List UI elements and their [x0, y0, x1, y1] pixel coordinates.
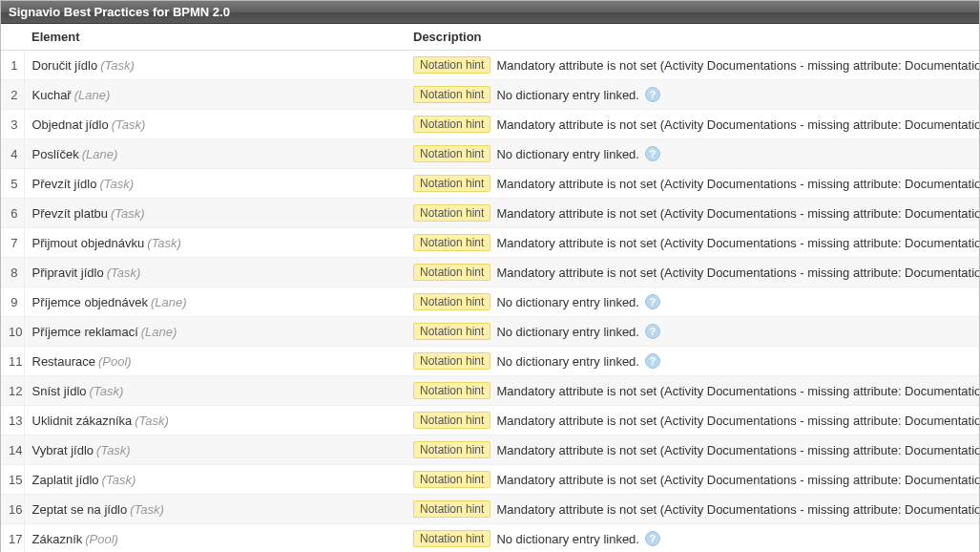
row-number: 13: [1, 406, 24, 435]
description-text: Mandatory attribute is not set (Activity…: [496, 177, 979, 191]
row-number: 9: [1, 287, 24, 317]
notation-hint-badge: Notation hint: [413, 264, 490, 281]
help-icon[interactable]: ?: [645, 324, 660, 339]
row-number: 7: [1, 228, 24, 258]
element-type: (Lane): [141, 325, 177, 339]
table-row[interactable]: 13Uklidnit zákazníka(Task)Notation hintM…: [1, 406, 979, 435]
table-row[interactable]: 1Doručit jídlo(Task)Notation hintMandato…: [1, 51, 979, 80]
description-text: Mandatory attribute is not set (Activity…: [496, 236, 979, 250]
description-cell: Notation hintMandatory attribute is not …: [406, 465, 979, 495]
notation-hint-badge: Notation hint: [413, 382, 490, 399]
description-cell: Notation hintMandatory attribute is not …: [406, 169, 979, 199]
notation-hint-badge: Notation hint: [413, 441, 490, 458]
notation-hint-badge: Notation hint: [413, 352, 490, 370]
element-name: Příjemce objednávek: [32, 295, 148, 309]
row-number: 5: [1, 169, 24, 199]
notation-hint-badge: Notation hint: [413, 116, 490, 133]
table-row[interactable]: 7Přijmout objednávku(Task)Notation hintM…: [1, 228, 979, 258]
table-row[interactable]: 14Vybrat jídlo(Task)Notation hintMandato…: [1, 435, 979, 465]
results-table: Element Description 1Doručit jídlo(Task)…: [1, 24, 979, 552]
table-row[interactable]: 16Zeptat se na jídlo(Task)Notation hintM…: [1, 495, 979, 524]
table-row[interactable]: 11Restaurace(Pool)Notation hintNo dictio…: [1, 347, 979, 376]
element-cell: Doručit jídlo(Task): [24, 51, 406, 80]
table-row[interactable]: 5Převzít jídlo(Task)Notation hintMandato…: [1, 169, 979, 199]
table-row[interactable]: 6Převzít platbu(Task)Notation hintMandat…: [1, 199, 979, 228]
description-text: Mandatory attribute is not set (Activity…: [496, 384, 979, 398]
table-row[interactable]: 15Zaplatit jídlo(Task)Notation hintManda…: [1, 465, 979, 495]
description-cell: Notation hintMandatory attribute is not …: [406, 495, 979, 524]
row-number: 6: [1, 199, 24, 228]
help-icon[interactable]: ?: [645, 294, 660, 309]
row-number: 14: [1, 435, 24, 465]
table-row[interactable]: 8Připravit jídlo(Task)Notation hintManda…: [1, 258, 979, 287]
table-row[interactable]: 17Zákazník(Pool)Notation hintNo dictiona…: [1, 524, 979, 553]
element-name: Kuchař: [32, 88, 72, 102]
notation-hint-badge: Notation hint: [413, 234, 490, 251]
description-cell: Notation hintMandatory attribute is not …: [406, 51, 979, 80]
table-row[interactable]: 2Kuchař(Lane)Notation hintNo dictionary …: [1, 80, 979, 110]
col-header-description[interactable]: Description: [406, 24, 979, 51]
row-number: 17: [1, 524, 24, 553]
element-cell: Zaplatit jídlo(Task): [24, 465, 406, 495]
notation-hint-badge: Notation hint: [413, 412, 490, 429]
description-cell: Notation hintMandatory attribute is not …: [406, 199, 979, 228]
element-cell: Převzít jídlo(Task): [24, 169, 406, 199]
row-number: 10: [1, 317, 24, 347]
element-type: (Task): [130, 502, 164, 517]
description-text: Mandatory attribute is not set (Activity…: [496, 206, 979, 221]
element-type: (Lane): [74, 88, 111, 102]
col-header-num[interactable]: [1, 24, 24, 51]
description-cell: Notation hintNo dictionary entry linked.…: [406, 139, 979, 169]
description-cell: Notation hintMandatory attribute is not …: [406, 376, 979, 406]
element-name: Zákazník: [32, 532, 83, 546]
row-number: 12: [1, 376, 24, 406]
description-text: No dictionary entry linked.: [496, 354, 639, 369]
row-number: 8: [1, 258, 24, 287]
element-name: Příjemce reklamací: [32, 325, 138, 339]
element-type: (Lane): [82, 147, 118, 161]
notation-hint-badge: Notation hint: [413, 145, 490, 162]
element-type: (Task): [135, 414, 169, 428]
description-cell: Notation hintMandatory attribute is not …: [406, 258, 979, 287]
col-header-element[interactable]: Element: [24, 24, 406, 51]
table-row[interactable]: 4Poslíček(Lane)Notation hintNo dictionar…: [1, 139, 979, 169]
element-cell: Kuchař(Lane): [24, 80, 406, 110]
element-type: (Task): [100, 58, 135, 73]
description-cell: Notation hintNo dictionary entry linked.…: [406, 347, 979, 376]
help-icon[interactable]: ?: [645, 146, 660, 161]
help-icon[interactable]: ?: [645, 353, 660, 369]
description-text: Mandatory attribute is not set (Activity…: [496, 117, 979, 132]
element-name: Restaurace: [32, 354, 95, 369]
table-row[interactable]: 9Příjemce objednávek(Lane)Notation hintN…: [1, 287, 979, 317]
element-name: Uklidnit zákazníka: [32, 414, 133, 428]
table-row[interactable]: 12Sníst jídlo(Task)Notation hintMandator…: [1, 376, 979, 406]
notation-hint-badge: Notation hint: [413, 471, 490, 488]
help-icon[interactable]: ?: [645, 87, 660, 102]
notation-hint-badge: Notation hint: [413, 204, 490, 222]
element-cell: Příjemce objednávek(Lane): [24, 287, 406, 317]
description-text: No dictionary entry linked.: [496, 147, 639, 161]
row-number: 15: [1, 465, 24, 495]
element-cell: Zeptat se na jídlo(Task): [24, 495, 406, 524]
description-cell: Notation hintNo dictionary entry linked.…: [406, 287, 979, 317]
element-name: Převzít jídlo: [32, 177, 97, 191]
notation-hint-badge: Notation hint: [413, 175, 490, 192]
element-name: Objednat jídlo: [32, 117, 109, 132]
element-cell: Poslíček(Lane): [24, 139, 406, 169]
element-name: Sníst jídlo: [32, 384, 87, 398]
element-cell: Příjemce reklamací(Lane): [24, 317, 406, 347]
description-cell: Notation hintNo dictionary entry linked.…: [406, 80, 979, 110]
description-text: Mandatory attribute is not set (Activity…: [496, 414, 979, 428]
validation-panel: Signavio Best Practices for BPMN 2.0 Ele…: [0, 0, 980, 552]
description-text: Mandatory attribute is not set (Activity…: [496, 473, 979, 487]
element-name: Připravit jídlo: [32, 265, 104, 280]
row-number: 4: [1, 139, 24, 169]
notation-hint-badge: Notation hint: [413, 86, 490, 103]
help-icon[interactable]: ?: [645, 531, 660, 546]
table-row[interactable]: 3Objednat jídlo(Task)Notation hintMandat…: [1, 110, 979, 139]
element-type: (Task): [102, 473, 136, 487]
table-row[interactable]: 10Příjemce reklamací(Lane)Notation hintN…: [1, 317, 979, 347]
row-number: 11: [1, 347, 24, 376]
element-cell: Připravit jídlo(Task): [24, 258, 406, 287]
description-cell: Notation hintMandatory attribute is not …: [406, 228, 979, 258]
